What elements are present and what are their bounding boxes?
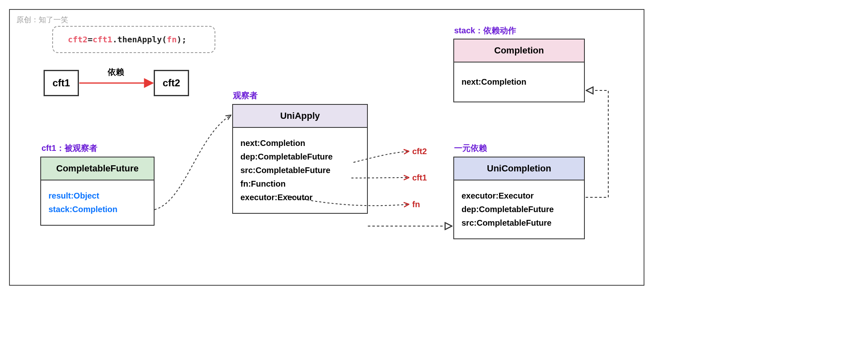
block-completion: Completion next:Completion: [453, 39, 585, 102]
field-src: src:CompletableFuture: [240, 166, 360, 175]
field-uc-src: src:CompletableFuture: [462, 218, 577, 228]
field-c-next: next:Completion: [462, 77, 577, 87]
caption-cft1: cft1：被观察者: [42, 143, 97, 154]
field-fn: fn:Function: [240, 179, 360, 189]
node-cft2: cft2: [154, 70, 189, 96]
caption-observer: 观察者: [233, 90, 258, 101]
code-expression: cft2 = cft1 .thenApply( fn );: [52, 26, 215, 53]
code-token-end: );: [177, 35, 187, 44]
caption-unary: 一元依赖: [454, 143, 487, 154]
block-completion-title: Completion: [454, 39, 584, 62]
block-completablefuture: CompletableFuture result:Object stack:Co…: [40, 157, 155, 226]
ref-cft2: cft2: [412, 147, 427, 156]
caption-stack: stack：依赖动作: [454, 25, 516, 36]
ref-cft1: cft1: [412, 173, 427, 183]
code-token-cft2: cft2: [68, 35, 88, 44]
block-uniapply-body: next:Completion dep:CompletableFuture sr…: [233, 128, 367, 213]
field-result: result:Object: [48, 191, 146, 201]
code-token-fn: fn: [167, 35, 177, 44]
block-completablefuture-body: result:Object stack:Completion: [41, 180, 154, 225]
field-next: next:Completion: [240, 139, 360, 148]
watermark-text: 原创：知了一笑: [16, 15, 68, 25]
field-uc-dep: dep:CompletableFuture: [462, 205, 577, 214]
code-token-cft1: cft1: [92, 35, 112, 44]
code-token-eq: =: [88, 35, 92, 44]
block-unicompletion-body: executor:Executor dep:CompletableFuture …: [454, 180, 584, 238]
field-uc-executor: executor:Executor: [462, 191, 577, 201]
block-unicompletion-title: UniCompletion: [454, 157, 584, 180]
block-unicompletion: UniCompletion executor:Executor dep:Comp…: [453, 157, 585, 239]
block-uniapply: UniApply next:Completion dep:Completable…: [232, 104, 368, 214]
field-executor: executor:Executor: [240, 193, 360, 202]
code-token-method: .thenApply(: [112, 35, 166, 44]
block-completablefuture-title: CompletableFuture: [41, 157, 154, 180]
diagram-canvas: 原创：知了一笑 cft2 = cft1 .thenApply( fn ); cf…: [0, 0, 868, 349]
ref-fn: fn: [412, 200, 420, 209]
field-stack: stack:Completion: [48, 205, 146, 214]
block-uniapply-title: UniApply: [233, 105, 367, 128]
node-cft1: cft1: [44, 70, 79, 96]
block-completion-body: next:Completion: [454, 62, 584, 102]
field-dep: dep:CompletableFuture: [240, 152, 360, 162]
arrow-label-dependency: 依赖: [108, 67, 124, 78]
